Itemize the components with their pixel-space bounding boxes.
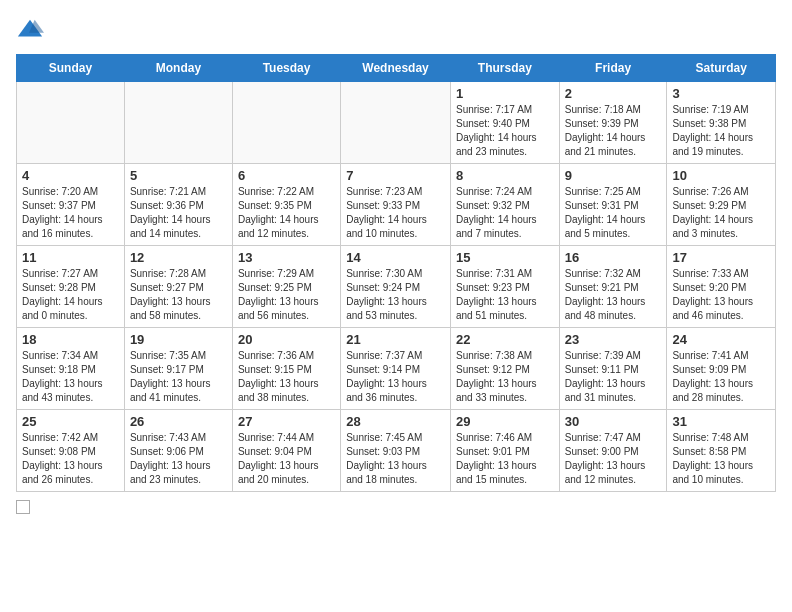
day-info: Sunrise: 7:45 AM Sunset: 9:03 PM Dayligh… xyxy=(346,431,445,487)
day-cell: 1Sunrise: 7:17 AM Sunset: 9:40 PM Daylig… xyxy=(450,82,559,164)
day-cell: 24Sunrise: 7:41 AM Sunset: 9:09 PM Dayli… xyxy=(667,328,776,410)
day-cell: 23Sunrise: 7:39 AM Sunset: 9:11 PM Dayli… xyxy=(559,328,667,410)
day-cell: 4Sunrise: 7:20 AM Sunset: 9:37 PM Daylig… xyxy=(17,164,125,246)
day-cell: 25Sunrise: 7:42 AM Sunset: 9:08 PM Dayli… xyxy=(17,410,125,492)
day-info: Sunrise: 7:38 AM Sunset: 9:12 PM Dayligh… xyxy=(456,349,554,405)
day-info: Sunrise: 7:39 AM Sunset: 9:11 PM Dayligh… xyxy=(565,349,662,405)
day-number: 15 xyxy=(456,250,554,265)
day-number: 6 xyxy=(238,168,335,183)
header-thursday: Thursday xyxy=(450,55,559,82)
day-number: 8 xyxy=(456,168,554,183)
day-number: 17 xyxy=(672,250,770,265)
day-cell: 29Sunrise: 7:46 AM Sunset: 9:01 PM Dayli… xyxy=(450,410,559,492)
day-number: 7 xyxy=(346,168,445,183)
day-number: 1 xyxy=(456,86,554,101)
day-cell: 2Sunrise: 7:18 AM Sunset: 9:39 PM Daylig… xyxy=(559,82,667,164)
day-info: Sunrise: 7:31 AM Sunset: 9:23 PM Dayligh… xyxy=(456,267,554,323)
day-info: Sunrise: 7:42 AM Sunset: 9:08 PM Dayligh… xyxy=(22,431,119,487)
day-number: 22 xyxy=(456,332,554,347)
header-sunday: Sunday xyxy=(17,55,125,82)
day-info: Sunrise: 7:18 AM Sunset: 9:39 PM Dayligh… xyxy=(565,103,662,159)
day-number: 2 xyxy=(565,86,662,101)
day-number: 4 xyxy=(22,168,119,183)
day-cell: 11Sunrise: 7:27 AM Sunset: 9:28 PM Dayli… xyxy=(17,246,125,328)
day-info: Sunrise: 7:36 AM Sunset: 9:15 PM Dayligh… xyxy=(238,349,335,405)
day-cell xyxy=(124,82,232,164)
logo-icon xyxy=(16,16,44,44)
calendar-table: SundayMondayTuesdayWednesdayThursdayFrid… xyxy=(16,54,776,492)
day-info: Sunrise: 7:43 AM Sunset: 9:06 PM Dayligh… xyxy=(130,431,227,487)
week-row-5: 25Sunrise: 7:42 AM Sunset: 9:08 PM Dayli… xyxy=(17,410,776,492)
day-number: 25 xyxy=(22,414,119,429)
calendar-body: 1Sunrise: 7:17 AM Sunset: 9:40 PM Daylig… xyxy=(17,82,776,492)
week-row-4: 18Sunrise: 7:34 AM Sunset: 9:18 PM Dayli… xyxy=(17,328,776,410)
day-cell: 19Sunrise: 7:35 AM Sunset: 9:17 PM Dayli… xyxy=(124,328,232,410)
day-info: Sunrise: 7:33 AM Sunset: 9:20 PM Dayligh… xyxy=(672,267,770,323)
day-info: Sunrise: 7:19 AM Sunset: 9:38 PM Dayligh… xyxy=(672,103,770,159)
day-info: Sunrise: 7:32 AM Sunset: 9:21 PM Dayligh… xyxy=(565,267,662,323)
day-cell: 30Sunrise: 7:47 AM Sunset: 9:00 PM Dayli… xyxy=(559,410,667,492)
day-info: Sunrise: 7:21 AM Sunset: 9:36 PM Dayligh… xyxy=(130,185,227,241)
day-cell: 27Sunrise: 7:44 AM Sunset: 9:04 PM Dayli… xyxy=(232,410,340,492)
logo xyxy=(16,16,48,44)
day-cell: 9Sunrise: 7:25 AM Sunset: 9:31 PM Daylig… xyxy=(559,164,667,246)
week-row-3: 11Sunrise: 7:27 AM Sunset: 9:28 PM Dayli… xyxy=(17,246,776,328)
day-info: Sunrise: 7:20 AM Sunset: 9:37 PM Dayligh… xyxy=(22,185,119,241)
day-number: 13 xyxy=(238,250,335,265)
day-number: 20 xyxy=(238,332,335,347)
day-cell: 16Sunrise: 7:32 AM Sunset: 9:21 PM Dayli… xyxy=(559,246,667,328)
daylight-box xyxy=(16,500,30,514)
day-number: 12 xyxy=(130,250,227,265)
header xyxy=(16,16,776,44)
day-info: Sunrise: 7:30 AM Sunset: 9:24 PM Dayligh… xyxy=(346,267,445,323)
header-wednesday: Wednesday xyxy=(341,55,451,82)
day-cell: 21Sunrise: 7:37 AM Sunset: 9:14 PM Dayli… xyxy=(341,328,451,410)
day-number: 28 xyxy=(346,414,445,429)
day-info: Sunrise: 7:35 AM Sunset: 9:17 PM Dayligh… xyxy=(130,349,227,405)
header-row: SundayMondayTuesdayWednesdayThursdayFrid… xyxy=(17,55,776,82)
day-info: Sunrise: 7:46 AM Sunset: 9:01 PM Dayligh… xyxy=(456,431,554,487)
day-cell: 31Sunrise: 7:48 AM Sunset: 8:58 PM Dayli… xyxy=(667,410,776,492)
day-cell: 13Sunrise: 7:29 AM Sunset: 9:25 PM Dayli… xyxy=(232,246,340,328)
header-monday: Monday xyxy=(124,55,232,82)
header-friday: Friday xyxy=(559,55,667,82)
calendar-header: SundayMondayTuesdayWednesdayThursdayFrid… xyxy=(17,55,776,82)
day-number: 10 xyxy=(672,168,770,183)
day-number: 3 xyxy=(672,86,770,101)
day-cell: 26Sunrise: 7:43 AM Sunset: 9:06 PM Dayli… xyxy=(124,410,232,492)
day-info: Sunrise: 7:47 AM Sunset: 9:00 PM Dayligh… xyxy=(565,431,662,487)
day-cell: 8Sunrise: 7:24 AM Sunset: 9:32 PM Daylig… xyxy=(450,164,559,246)
day-cell: 18Sunrise: 7:34 AM Sunset: 9:18 PM Dayli… xyxy=(17,328,125,410)
day-info: Sunrise: 7:34 AM Sunset: 9:18 PM Dayligh… xyxy=(22,349,119,405)
header-tuesday: Tuesday xyxy=(232,55,340,82)
day-number: 14 xyxy=(346,250,445,265)
day-cell: 22Sunrise: 7:38 AM Sunset: 9:12 PM Dayli… xyxy=(450,328,559,410)
day-cell xyxy=(232,82,340,164)
day-number: 27 xyxy=(238,414,335,429)
day-cell: 6Sunrise: 7:22 AM Sunset: 9:35 PM Daylig… xyxy=(232,164,340,246)
day-number: 29 xyxy=(456,414,554,429)
day-cell xyxy=(341,82,451,164)
day-info: Sunrise: 7:25 AM Sunset: 9:31 PM Dayligh… xyxy=(565,185,662,241)
day-number: 23 xyxy=(565,332,662,347)
day-number: 16 xyxy=(565,250,662,265)
day-cell: 5Sunrise: 7:21 AM Sunset: 9:36 PM Daylig… xyxy=(124,164,232,246)
day-number: 9 xyxy=(565,168,662,183)
week-row-1: 1Sunrise: 7:17 AM Sunset: 9:40 PM Daylig… xyxy=(17,82,776,164)
day-number: 21 xyxy=(346,332,445,347)
day-info: Sunrise: 7:37 AM Sunset: 9:14 PM Dayligh… xyxy=(346,349,445,405)
day-cell: 20Sunrise: 7:36 AM Sunset: 9:15 PM Dayli… xyxy=(232,328,340,410)
day-number: 19 xyxy=(130,332,227,347)
header-saturday: Saturday xyxy=(667,55,776,82)
day-cell: 28Sunrise: 7:45 AM Sunset: 9:03 PM Dayli… xyxy=(341,410,451,492)
day-info: Sunrise: 7:41 AM Sunset: 9:09 PM Dayligh… xyxy=(672,349,770,405)
day-info: Sunrise: 7:26 AM Sunset: 9:29 PM Dayligh… xyxy=(672,185,770,241)
day-info: Sunrise: 7:28 AM Sunset: 9:27 PM Dayligh… xyxy=(130,267,227,323)
day-number: 26 xyxy=(130,414,227,429)
day-number: 11 xyxy=(22,250,119,265)
day-info: Sunrise: 7:22 AM Sunset: 9:35 PM Dayligh… xyxy=(238,185,335,241)
day-cell: 12Sunrise: 7:28 AM Sunset: 9:27 PM Dayli… xyxy=(124,246,232,328)
day-cell: 7Sunrise: 7:23 AM Sunset: 9:33 PM Daylig… xyxy=(341,164,451,246)
day-number: 18 xyxy=(22,332,119,347)
day-number: 5 xyxy=(130,168,227,183)
